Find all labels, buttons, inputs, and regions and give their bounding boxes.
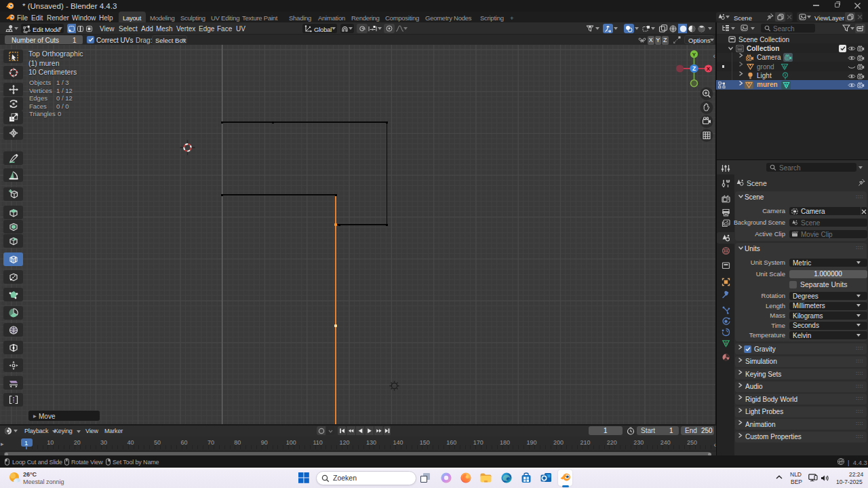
svg-text:Z: Z [692,65,696,72]
svg-text:X: X [707,66,711,72]
svg-text:Y: Y [692,52,696,58]
